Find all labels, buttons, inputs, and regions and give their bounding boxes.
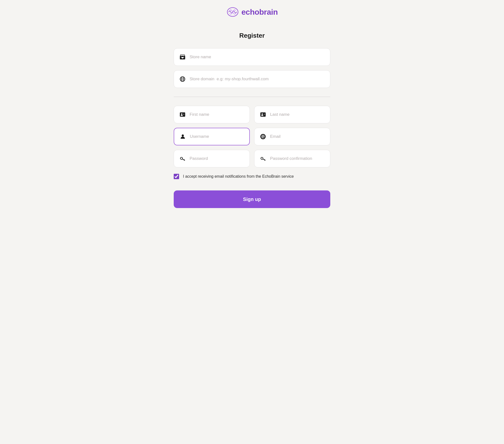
svg-point-10 [181,113,182,114]
password-field [174,150,250,167]
svg-rect-12 [183,114,184,115]
store-icon [179,53,186,61]
svg-point-14 [262,113,263,114]
at-icon [259,133,267,140]
first-name-field [174,106,250,123]
store-domain-input[interactable] [190,77,325,81]
section-divider [174,97,330,97]
svg-point-6 [181,77,184,81]
username-input[interactable] [190,134,244,139]
site-header: echobrain [0,0,504,22]
globe-icon [179,75,186,83]
person-card-icon-2 [259,111,267,118]
password-confirmation-field [254,150,330,167]
svg-rect-3 [181,57,182,57]
user-icon [179,133,186,140]
svg-point-5 [180,77,185,81]
email-consent-label: I accept receiving email notifications f… [183,174,294,179]
logo-text: echobrain [241,8,278,17]
signup-button[interactable]: Sign up [174,190,330,208]
store-name-input[interactable] [190,55,325,59]
username-email-row [174,128,330,145]
email-input[interactable] [270,134,325,139]
person-card-icon [179,111,186,118]
svg-rect-13 [260,112,266,116]
main-content: Register [169,22,335,223]
svg-point-17 [182,134,184,137]
password-input[interactable] [190,156,245,161]
first-name-input[interactable] [190,112,245,117]
svg-point-18 [261,134,266,139]
registration-form: I accept receiving email notifications f… [174,48,330,208]
name-row [174,106,330,123]
svg-rect-9 [180,112,185,116]
password-row [174,150,330,167]
key-icon [179,155,186,162]
svg-point-19 [262,136,264,138]
logo: echobrain [226,7,278,17]
last-name-input[interactable] [270,112,325,117]
svg-rect-15 [264,114,265,114]
email-field [254,128,330,145]
email-consent-row: I accept receiving email notifications f… [174,174,330,179]
store-name-field [174,48,330,66]
username-field [174,128,250,145]
email-consent-checkbox[interactable] [174,174,179,179]
store-domain-field [174,70,330,88]
page-title: Register [239,32,265,39]
svg-rect-4 [183,57,184,57]
password-confirmation-input[interactable] [270,156,325,161]
echobrain-logo-icon [226,7,239,17]
svg-rect-11 [183,114,184,114]
last-name-field [254,106,330,123]
svg-rect-16 [264,114,265,115]
key-icon-2 [259,155,267,162]
